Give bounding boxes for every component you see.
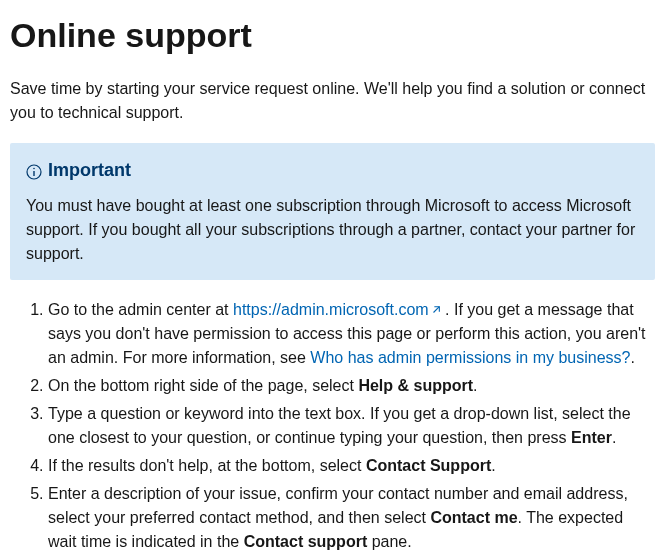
intro-text: Save time by starting your service reque… bbox=[10, 77, 655, 125]
step-2-bold: Help & support bbox=[358, 377, 473, 394]
admin-center-link[interactable]: https://admin.microsoft.com bbox=[233, 301, 429, 318]
svg-point-2 bbox=[33, 167, 35, 169]
step-1-text-a: Go to the admin center at bbox=[48, 301, 233, 318]
step-5-bold-2: Contact support bbox=[244, 533, 368, 550]
important-note: Important You must have bought at least … bbox=[10, 143, 655, 280]
step-3-text-a: Type a question or keyword into the text… bbox=[48, 405, 631, 446]
step-2-text-a: On the bottom right side of the page, se… bbox=[48, 377, 358, 394]
step-4-text-a: If the results don't help, at the bottom… bbox=[48, 457, 366, 474]
steps-list: Go to the admin center at https://admin.… bbox=[10, 298, 655, 554]
page-title: Online support bbox=[10, 10, 655, 61]
admin-permissions-link[interactable]: Who has admin permissions in my business… bbox=[310, 349, 630, 366]
step-4-bold: Contact Support bbox=[366, 457, 491, 474]
step-5: Enter a description of your issue, confi… bbox=[48, 482, 655, 554]
step-1: Go to the admin center at https://admin.… bbox=[48, 298, 655, 370]
step-3-text-b: . bbox=[612, 429, 616, 446]
step-4-text-b: . bbox=[491, 457, 495, 474]
info-icon bbox=[26, 163, 42, 179]
note-body: You must have bought at least one subscr… bbox=[26, 194, 639, 266]
external-link-icon bbox=[431, 298, 441, 308]
note-title: Important bbox=[48, 157, 131, 184]
note-header: Important bbox=[26, 157, 639, 184]
step-2-text-b: . bbox=[473, 377, 477, 394]
step-5-text-c: pane. bbox=[367, 533, 411, 550]
step-1-text-c: . bbox=[630, 349, 634, 366]
step-5-bold-1: Contact me bbox=[430, 509, 517, 526]
step-3-bold: Enter bbox=[571, 429, 612, 446]
step-2: On the bottom right side of the page, se… bbox=[48, 374, 655, 398]
step-3: Type a question or keyword into the text… bbox=[48, 402, 655, 450]
step-4: If the results don't help, at the bottom… bbox=[48, 454, 655, 478]
